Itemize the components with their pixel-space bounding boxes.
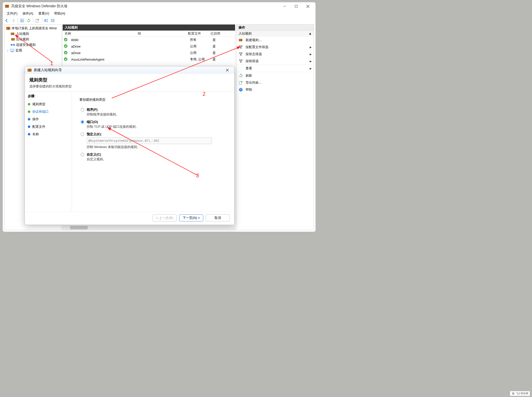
step-rule-type[interactable]: 规则类型 xyxy=(28,100,69,108)
action-label: 按组筛选 xyxy=(246,59,259,63)
svg-rect-23 xyxy=(11,49,14,51)
menu-view[interactable]: 查看(V) xyxy=(36,11,52,17)
rule-allow-icon xyxy=(64,38,68,42)
step-profile[interactable]: 配置文件 xyxy=(28,123,69,130)
toolbar-help-button[interactable]: ? xyxy=(43,18,49,24)
step-name[interactable]: 名称 xyxy=(28,130,69,138)
option-label: 预定义(E): xyxy=(87,132,102,136)
cell-name: aDrive xyxy=(69,45,140,48)
option-port[interactable]: 端口(O) 控制 TCP 或 UDP 端口连接的规则。 xyxy=(79,120,227,129)
toolbar-forward-button[interactable] xyxy=(10,18,16,24)
tree-item-label: 连接安全规则 xyxy=(16,43,36,47)
cell-profile: 专用, 公用 xyxy=(190,57,212,62)
tree-item-inbound[interactable]: 入站规则 xyxy=(5,31,61,37)
action-label: 按配置文件筛选 xyxy=(246,45,268,49)
rules-columns: 名称 组 配置文件 已启用 xyxy=(63,31,235,37)
col-profile[interactable]: 配置文件 xyxy=(188,31,210,36)
option-custom[interactable]: 自定义(C) 自定义规则。 xyxy=(79,152,227,162)
option-desc: 自定义规则。 xyxy=(87,157,106,162)
wizard-close-button[interactable] xyxy=(223,67,232,73)
radio-predef[interactable] xyxy=(81,133,84,136)
radio-custom[interactable] xyxy=(81,153,84,156)
new-rule-wizard: 新建入站规则向导 规则类型 选择要创建的防火墙规则类型 步骤: 规则类型 协议和… xyxy=(25,66,235,225)
toolbar: ? xyxy=(3,17,315,24)
action-view[interactable]: 查看 ▶ xyxy=(237,65,314,72)
firewall-app-icon xyxy=(5,4,9,9)
option-predef[interactable]: 预定义(E): 控制 Windows 体验功能连接的规则。 xyxy=(79,132,227,149)
wizard-heading-text: 规则类型 xyxy=(29,77,230,83)
table-row[interactable]: 8080 所有 是 xyxy=(63,37,235,43)
tree-item-label: 监视 xyxy=(16,48,22,53)
step-label: 配置文件 xyxy=(32,124,45,129)
actions-section[interactable]: 入站规则 ▲ xyxy=(237,31,314,37)
action-label: 导出列表… xyxy=(246,80,262,85)
next-button[interactable]: 下一页(N) > xyxy=(179,214,203,221)
action-label: 刷新 xyxy=(246,73,252,78)
svg-rect-20 xyxy=(11,44,12,46)
cell-enabled: 是 xyxy=(212,44,233,49)
step-label: 操作 xyxy=(32,117,39,121)
toolbar-export-button[interactable] xyxy=(34,18,40,24)
action-export[interactable]: 导出列表… xyxy=(237,79,314,86)
col-enabled[interactable]: 已启用 xyxy=(210,31,231,36)
action-label: 帮助 xyxy=(246,87,252,92)
wizard-prompt: 要创建的规则类型 xyxy=(79,97,227,102)
tree-root[interactable]: 本地计算机 上的高级安全 Wind xyxy=(5,26,61,31)
option-desc: 控制程序连接的规则。 xyxy=(87,112,119,117)
col-group[interactable]: 组 xyxy=(138,31,188,36)
wizard-buttons: < 上一步(B) 下一页(N) > 取消 xyxy=(25,212,234,225)
rules-header: 入站规则 xyxy=(63,25,235,31)
wizard-title-text: 新建入站规则向导 xyxy=(34,68,62,72)
cancel-button[interactable]: 取消 xyxy=(206,214,230,221)
col-name[interactable]: 名称 xyxy=(63,31,138,36)
back-button[interactable]: < 上一步(B) xyxy=(153,214,177,221)
horizontal-scrollbar[interactable] xyxy=(63,225,235,230)
action-new-rule[interactable]: 新建规则… xyxy=(237,37,314,44)
radio-program[interactable] xyxy=(81,108,84,111)
filter-icon xyxy=(239,52,243,56)
inbound-rules-icon xyxy=(11,32,15,36)
minimize-button[interactable] xyxy=(279,2,290,10)
chevron-right-icon: ▶ xyxy=(310,67,312,70)
toolbar-back-button[interactable] xyxy=(4,18,10,24)
menu-help[interactable]: 帮助(H) xyxy=(52,11,68,17)
option-program[interactable]: 程序(P) 控制程序连接的规则。 xyxy=(79,107,227,117)
step-label: 名称 xyxy=(32,132,39,137)
rule-allow-icon xyxy=(64,44,68,49)
step-protocol-port[interactable]: 协议和端口 xyxy=(28,108,69,115)
action-filter-profile[interactable]: 按配置文件筛选 ▶ xyxy=(237,44,314,51)
help-icon: ? xyxy=(239,87,243,92)
tree-item-outbound[interactable]: 出站规则 xyxy=(5,37,61,42)
toolbar-grid-button[interactable] xyxy=(19,18,25,24)
step-action[interactable]: 操作 xyxy=(28,115,69,123)
chevron-right-icon: ▶ xyxy=(310,60,312,63)
tree-item-monitor[interactable]: › 监视 xyxy=(5,48,61,53)
menu-action[interactable]: 操作(A) xyxy=(20,11,36,17)
cell-profile: 公用 xyxy=(190,44,212,49)
action-refresh[interactable]: 刷新 xyxy=(237,72,314,79)
cell-enabled: 是 xyxy=(212,38,233,42)
rules-header-title: 入站规则 xyxy=(65,25,78,30)
tree-item-connsec[interactable]: 连接安全规则 xyxy=(5,42,61,48)
toolbar-pane-button[interactable] xyxy=(50,18,56,24)
action-filter-group[interactable]: 按组筛选 ▶ xyxy=(237,58,314,65)
maximize-button[interactable] xyxy=(290,2,302,10)
radio-port[interactable] xyxy=(81,120,84,124)
cell-name: AsusLinkRemoteAgent xyxy=(69,58,140,61)
firewall-app-icon xyxy=(27,68,32,72)
svg-rect-3 xyxy=(295,5,297,8)
expander-icon[interactable]: › xyxy=(6,49,10,52)
toolbar-refresh-button[interactable] xyxy=(26,18,32,24)
predef-dropdown[interactable] xyxy=(87,138,212,144)
close-button[interactable] xyxy=(302,2,313,10)
action-filter-state[interactable]: 按状态筛选 ▶ xyxy=(237,51,314,58)
menubar: 文件(F) 操作(A) 查看(V) 帮助(H) xyxy=(3,10,315,17)
table-row[interactable]: aDrive 公用 是 xyxy=(63,50,235,56)
svg-rect-1 xyxy=(5,5,9,6)
rules-body: 8080 所有 是 aDrive 公用 是 aDrive 公用 xyxy=(63,37,235,63)
svg-rect-21 xyxy=(13,44,15,46)
action-help[interactable]: ? 帮助 xyxy=(237,86,314,93)
table-row[interactable]: aDrive 公用 是 xyxy=(63,43,235,50)
table-row[interactable]: AsusLinkRemoteAgent 专用, 公用 是 xyxy=(63,56,235,63)
menu-file[interactable]: 文件(F) xyxy=(4,11,20,17)
